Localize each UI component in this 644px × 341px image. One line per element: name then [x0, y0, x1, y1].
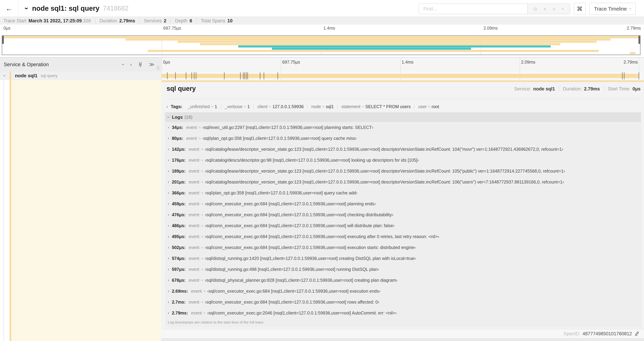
logs-count: (18): [184, 115, 192, 120]
log-expand-icon[interactable]: ›: [168, 180, 169, 184]
tags-expand-icon[interactable]: ›: [166, 104, 168, 109]
find-input[interactable]: Find...: [418, 4, 527, 14]
log-entry-row[interactable]: ›366μs:event=‹sql/plan_opt.go:358 [nsql1…: [165, 187, 641, 198]
log-entry-row[interactable]: ›495μs:event=‹sql/conn_executor_exec.go:…: [165, 231, 641, 242]
span-name-cell[interactable]: › node sql1 sql query: [0, 71, 161, 80]
span-detail-row: sql query Service:node sql1Duration:2.79…: [0, 80, 644, 341]
log-marker-tick: [639, 72, 639, 79]
log-marker-tick: [260, 72, 260, 79]
log-expand-icon[interactable]: ›: [168, 289, 169, 293]
back-button[interactable]: ←: [0, 0, 19, 17]
top-bar-actions: Find... ◎∧∨× ⌘ Trace Timeline ›: [418, 3, 636, 15]
log-marker-tick: [264, 72, 264, 79]
timeline-header-row: Service & Operation ››≫≫ 0μs697.75μs1.4m…: [0, 57, 644, 71]
minimap-left-handle[interactable]: [2, 36, 4, 44]
log-marker-tick: [192, 72, 192, 79]
log-entry-row[interactable]: ›34μs:event=‹sql/exec_util.go:2297 [nsql…: [165, 122, 641, 133]
log-expand-icon[interactable]: ›: [168, 201, 169, 206]
log-expand-icon[interactable]: ›: [168, 169, 169, 173]
collapse-all-icon[interactable]: ≫: [138, 62, 143, 67]
tick-label: 2.79ms: [624, 60, 638, 65]
log-expand-icon[interactable]: ›: [168, 245, 169, 250]
log-marker-tick: [167, 72, 168, 79]
back-arrow-icon: ←: [5, 5, 13, 12]
collapse-one-icon[interactable]: ›: [121, 64, 126, 65]
log-expand-icon[interactable]: ›: [168, 136, 169, 141]
log-entry-row[interactable]: ›476μs:event=‹sql/conn_executor_exec.go:…: [165, 209, 641, 220]
tags-list: _unfinished=1_verbose=1client=127.0.0.1:…: [184, 104, 439, 109]
log-entry-row[interactable]: ›502μs:event=‹sql/conn_executor_exec.go:…: [165, 242, 641, 253]
log-entry-row[interactable]: ›189μs:event=‹sql/catalog/lease/descript…: [165, 166, 641, 177]
tags-row[interactable]: › Tags: _unfinished=1_verbose=1client=12…: [166, 102, 640, 111]
span-bar-area: [161, 71, 639, 80]
log-entry-row[interactable]: ›486μs:event=‹sql/conn_executor_exec.go:…: [165, 220, 641, 231]
log-expand-icon[interactable]: ›: [168, 256, 169, 261]
trace-minimap: 0μs697.75μs1.4ms2.09ms2.79ms: [0, 25, 644, 57]
log-expand-icon[interactable]: ›: [168, 223, 169, 228]
log-entry-row[interactable]: ›2.7ms:event=‹sql/conn_executor_exec.go:…: [165, 297, 641, 307]
log-expand-icon[interactable]: ›: [168, 191, 169, 195]
log-expand-icon[interactable]: ›: [168, 267, 169, 272]
span-expand-chevron-icon[interactable]: ›: [2, 75, 7, 76]
clear-icon[interactable]: ×: [562, 7, 564, 11]
trace-meta-item: Trace StartMarch 31 2022, 17:25:09.326: [4, 18, 91, 24]
log-entry-row[interactable]: ›2.79ms:event=‹sql/conn_executor_exec.go…: [165, 307, 641, 318]
timeline-gridline: [400, 58, 400, 71]
log-expand-icon[interactable]: ›: [168, 311, 169, 315]
span-row[interactable]: › node sql1 sql query: [0, 71, 644, 80]
span-duration-bar[interactable]: [161, 74, 639, 78]
logs-list: ›34μs:event=‹sql/exec_util.go:2297 [nsql…: [165, 122, 641, 318]
log-entry-row[interactable]: ›2.69ms:event=‹sql/conn_executor_exec.go…: [165, 286, 641, 297]
top-bar: ← › node sql1: sql query 7418682 Find...…: [0, 0, 644, 17]
column-resizer-grip[interactable]: [157, 66, 159, 70]
log-entry-row[interactable]: ›176μs:event=‹sql/catalog/descs/descript…: [165, 155, 641, 166]
span-operation-name: sql query: [41, 73, 58, 78]
find-placeholder: Find...: [424, 6, 437, 12]
log-marker-tick: [622, 72, 622, 79]
log-expand-icon[interactable]: ›: [168, 234, 169, 239]
log-expand-icon[interactable]: ›: [168, 278, 169, 283]
log-expand-icon[interactable]: ›: [168, 212, 169, 217]
log-marker-tick: [194, 72, 194, 79]
minimap-canvas[interactable]: [2, 35, 640, 55]
span-id-label: SpanID:: [564, 331, 580, 336]
tag-item[interactable]: statement=SELECT * FROM users: [337, 104, 411, 109]
log-marker-tick: [243, 72, 244, 79]
timeline-ticks: 0μs697.75μs1.4ms2.09ms2.79ms: [161, 58, 639, 71]
minimap-span-bar: [2, 36, 640, 38]
expand-one-icon[interactable]: ›: [130, 62, 132, 67]
logs-collapse-icon[interactable]: ›: [166, 116, 171, 118]
detail-top-strip: [161, 80, 644, 82]
deep-link-icon[interactable]: [634, 331, 640, 336]
logs-header[interactable]: › Logs (18): [165, 112, 641, 122]
tag-item[interactable]: user=root: [414, 104, 439, 109]
tag-item[interactable]: _verbose=1: [220, 104, 250, 109]
minimap-right-handle[interactable]: [638, 36, 640, 44]
log-expand-icon[interactable]: ›: [168, 158, 169, 163]
log-entry-row[interactable]: ›80μs:event=‹sql/plan_opt.go:358 [nsql1,…: [165, 133, 641, 144]
log-entry-row[interactable]: ›597μs:event=‹sql/distsql_running.go:498…: [165, 264, 641, 275]
trace-meta-item: Services2: [139, 18, 166, 24]
log-expand-icon[interactable]: ›: [168, 300, 169, 304]
log-entry-row[interactable]: ›678μs:event=‹sql/distsql_physical_plann…: [165, 275, 641, 286]
view-selector-label: Trace Timeline: [594, 6, 627, 12]
next-result-icon[interactable]: ∨: [552, 7, 556, 11]
log-entry-row[interactable]: ›574μs:event=‹sql/distsql_running.go:142…: [165, 253, 641, 264]
tag-item[interactable]: _unfinished=1: [188, 104, 217, 109]
tag-item[interactable]: client=127.0.0.1:59936: [253, 104, 304, 109]
locate-icon[interactable]: ◎: [534, 7, 538, 11]
prev-result-icon[interactable]: ∧: [543, 7, 546, 11]
expand-all-icon[interactable]: ≫: [149, 62, 154, 67]
detail-overview-item: Duration:2.79ms: [559, 86, 600, 92]
tag-item[interactable]: node=sql1: [307, 104, 334, 109]
trace-collapse-toggle[interactable]: ›: [23, 7, 31, 9]
keyboard-shortcuts-button[interactable]: ⌘: [574, 3, 586, 15]
log-entry-row[interactable]: ›201μs:event=‹sql/catalog/lease/descript…: [165, 177, 641, 187]
view-selector-button[interactable]: Trace Timeline ›: [589, 3, 636, 15]
log-expand-icon[interactable]: ›: [168, 125, 169, 130]
find-controls: ◎∧∨×: [527, 4, 570, 14]
log-entry-row[interactable]: ›142μs:event=‹sql/catalog/lease/descript…: [165, 144, 641, 155]
log-entry-row[interactable]: ›459μs:event=‹sql/conn_executor_exec.go:…: [165, 198, 641, 209]
span-service-name: node sql1: [15, 73, 38, 79]
log-expand-icon[interactable]: ›: [168, 147, 169, 152]
